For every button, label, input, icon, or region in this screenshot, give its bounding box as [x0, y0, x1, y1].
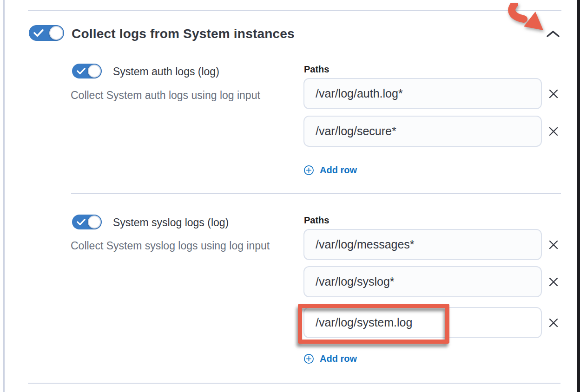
remove-row-button[interactable]	[547, 316, 560, 329]
check-icon	[77, 219, 86, 226]
paths-label: Paths	[304, 64, 329, 75]
path-input-syslog[interactable]	[303, 266, 542, 297]
remove-row-button[interactable]	[547, 238, 560, 251]
toggle-knob	[88, 65, 101, 78]
toggle-knob	[49, 26, 63, 40]
top-divider	[28, 10, 561, 11]
auth-logs-toggle[interactable]	[72, 64, 102, 78]
page-title: Collect logs from System instances	[72, 26, 295, 42]
section-divider	[71, 193, 561, 194]
integration-settings-panel: Collect logs from System instances Syste…	[0, 0, 580, 392]
x-cross-icon	[547, 88, 560, 100]
remove-row-button[interactable]	[547, 87, 560, 100]
plus-circle-icon	[303, 353, 314, 364]
add-row-label: Add row	[320, 165, 357, 176]
x-cross-icon	[547, 239, 560, 251]
x-cross-icon	[547, 276, 560, 288]
syslog-logs-label: System syslog logs (log)	[113, 216, 229, 229]
remove-row-button[interactable]	[547, 125, 560, 138]
path-input-system-log[interactable]	[303, 307, 542, 338]
chevron-up-icon	[547, 30, 560, 38]
window-right-edge	[577, 0, 580, 392]
collapse-section-button[interactable]	[545, 27, 561, 41]
paths-label: Paths	[304, 215, 329, 226]
path-input-auth-log[interactable]	[303, 78, 542, 109]
add-row-label: Add row	[320, 353, 357, 364]
x-cross-icon	[547, 317, 560, 329]
plus-circle-icon	[303, 165, 314, 176]
check-icon	[33, 29, 44, 37]
check-icon	[77, 68, 86, 75]
panel-left-border	[3, 0, 5, 392]
auth-logs-description: Collect System auth logs using log input	[71, 87, 312, 104]
bottom-divider	[28, 383, 560, 384]
syslog-logs-description: Collect System syslog logs using log inp…	[71, 237, 277, 254]
x-cross-icon	[547, 125, 560, 137]
add-row-button[interactable]: Add row	[303, 353, 357, 365]
path-input-messages[interactable]	[303, 229, 542, 260]
path-input-secure[interactable]	[303, 116, 542, 147]
toggle-knob	[88, 216, 101, 229]
collect-logs-toggle[interactable]	[29, 25, 64, 41]
syslog-logs-toggle[interactable]	[72, 215, 102, 229]
add-row-button[interactable]: Add row	[303, 164, 357, 176]
remove-row-button[interactable]	[547, 275, 560, 288]
auth-logs-label: System auth logs (log)	[113, 65, 219, 78]
annotation-arrow-icon	[508, 3, 547, 33]
